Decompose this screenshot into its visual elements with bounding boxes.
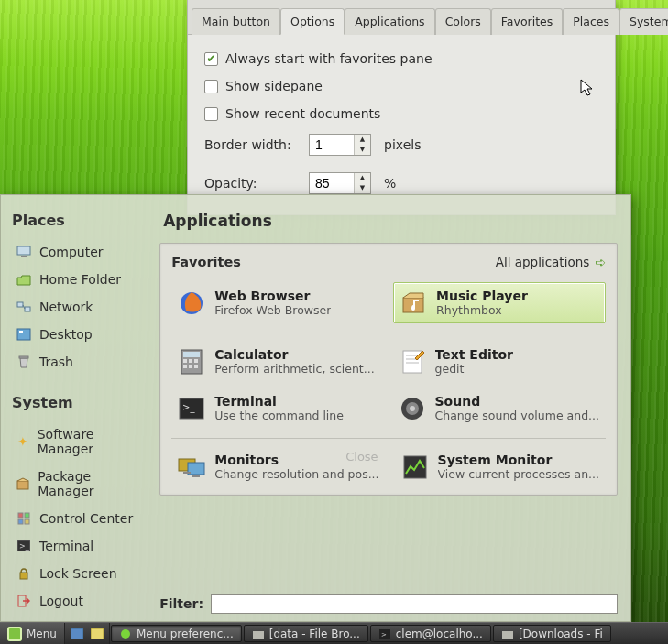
opacity-input[interactable] — [310, 173, 354, 193]
tab-options[interactable]: Options — [280, 8, 345, 35]
taskbar-task-label: clem@localho... — [396, 628, 483, 640]
taskbar-task-prefs[interactable]: Menu preferenc... — [111, 625, 242, 642]
border-width-input[interactable] — [310, 135, 354, 155]
fav-desc: Change sound volume and... — [435, 409, 599, 422]
opacity-spinner[interactable]: ▲▼ — [309, 172, 371, 194]
quicklaunch-show-desktop-icon[interactable] — [69, 627, 85, 641]
taskbar-task-downloads[interactable]: [Downloads - Fi — [493, 625, 611, 642]
all-applications-link[interactable]: All applications ➪ — [496, 255, 606, 269]
places-network[interactable]: Network — [10, 295, 145, 319]
taskbar-task-label: [data - File Bro... — [269, 628, 360, 640]
taskbar-folder-icon — [252, 628, 265, 640]
terminal-app-icon: >_ — [178, 395, 205, 422]
opacity-unit: % — [384, 176, 396, 191]
system-logout[interactable]: Logout — [10, 589, 145, 613]
taskbar-prefs-icon — [119, 628, 132, 640]
filter-input[interactable] — [211, 594, 618, 614]
svg-rect-46 — [253, 631, 264, 639]
applications-heading: Applications — [163, 212, 618, 230]
svg-rect-49 — [502, 631, 513, 639]
taskbar-task-terminal[interactable]: > clem@localho... — [370, 625, 491, 642]
places-trash[interactable]: Trash — [10, 350, 145, 374]
prefs-tabs: Main button Options Applications Colors … — [188, 0, 615, 35]
svg-rect-22 — [183, 352, 200, 357]
checkbox-favorites-label: Always start with favorites pane — [225, 51, 433, 66]
spinner-up-icon[interactable]: ▲ — [355, 173, 370, 183]
fav-title: Music Player — [436, 289, 528, 303]
fav-web-browser[interactable]: Web BrowserFirefox Web Browser — [171, 282, 384, 323]
fav-calculator[interactable]: CalculatorPerform arithmetic, scient... — [171, 341, 382, 382]
spinner-down-icon[interactable]: ▼ — [355, 183, 370, 193]
places-item-label: Desktop — [39, 327, 93, 342]
places-item-label: Computer — [39, 245, 104, 259]
mouse-cursor-icon — [580, 79, 595, 97]
svg-point-45 — [121, 629, 130, 639]
places-item-label: Trash — [39, 355, 73, 369]
fav-music-player[interactable]: Music PlayerRhythmbox — [393, 282, 606, 323]
text-editor-icon — [399, 348, 426, 376]
svg-rect-6 — [19, 331, 23, 333]
system-item-label: Logout — [39, 594, 83, 608]
favorites-heading: Favorites — [171, 255, 241, 269]
system-software-manager[interactable]: ✦ Software Manager — [10, 422, 145, 461]
fav-desc: Firefox Web Browser — [214, 303, 331, 317]
svg-rect-12 — [25, 519, 29, 524]
svg-rect-24 — [189, 359, 192, 363]
tab-places[interactable]: Places — [563, 8, 619, 35]
fav-title: Web Browser — [214, 289, 331, 303]
taskbar-menu-button[interactable]: Menu — [0, 623, 65, 644]
taskbar-terminal-icon: > — [378, 628, 391, 640]
tab-applications[interactable]: Applications — [345, 8, 434, 35]
spinner-up-icon[interactable]: ▲ — [355, 135, 370, 145]
places-item-label: Home Folder — [39, 272, 121, 287]
places-home[interactable]: Home Folder — [10, 267, 145, 291]
package-manager-icon — [16, 477, 30, 490]
tab-system[interactable]: System — [619, 8, 668, 35]
quicklaunch-note-icon[interactable] — [89, 627, 105, 641]
fav-sound[interactable]: SoundChange sound volume and... — [392, 387, 606, 429]
arrow-right-icon: ➪ — [595, 255, 606, 269]
fav-title: Text Editor — [435, 347, 513, 362]
places-computer[interactable]: Computer — [10, 240, 145, 264]
monitors-icon — [178, 453, 205, 481]
opacity-label: Opacity: — [204, 176, 296, 191]
tab-colors[interactable]: Colors — [435, 8, 491, 35]
system-terminal[interactable]: >_ Terminal — [10, 534, 145, 558]
checkbox-sidepane[interactable] — [204, 80, 218, 93]
places-desktop[interactable]: Desktop — [10, 322, 145, 346]
svg-rect-43 — [71, 628, 83, 639]
svg-rect-44 — [91, 628, 104, 639]
places-heading: Places — [12, 212, 145, 229]
network-icon — [16, 300, 32, 313]
system-lock-screen[interactable]: Lock Screen — [10, 562, 145, 585]
taskbar-task-filebrowser[interactable]: [data - File Bro... — [244, 625, 368, 642]
border-width-spinner[interactable]: ▲▼ — [309, 134, 371, 156]
system-item-label: Control Center — [39, 511, 133, 526]
border-width-unit: pixels — [384, 137, 421, 152]
system-heading: System — [12, 394, 145, 411]
svg-rect-41 — [192, 475, 200, 477]
svg-text:>_: >_ — [182, 402, 195, 413]
checkbox-favorites-pane[interactable] — [204, 52, 218, 66]
svg-text:>: > — [381, 631, 387, 639]
tab-main-button[interactable]: Main button — [192, 8, 280, 35]
filter-label: Filter: — [159, 596, 203, 611]
svg-rect-11 — [18, 519, 23, 524]
svg-rect-1 — [21, 256, 27, 257]
checkbox-sidepane-label: Show sidepane — [225, 79, 323, 93]
mint-menu: Places Computer Home Folder Network Desk… — [0, 194, 631, 622]
fav-desc: gedit — [435, 362, 513, 376]
all-applications-label: All applications — [496, 255, 590, 269]
music-player-icon — [400, 289, 427, 317]
svg-rect-15 — [20, 573, 27, 579]
tab-favorites[interactable]: Favorites — [491, 8, 563, 35]
desktop-icon — [16, 328, 32, 341]
checkbox-recent-docs[interactable] — [204, 107, 218, 121]
fav-terminal[interactable]: >_ TerminalUse the command line — [171, 387, 382, 429]
system-control-center[interactable]: Control Center — [10, 507, 145, 530]
fav-system-monitor[interactable]: System MonitorView current processes an.… — [395, 446, 606, 487]
system-package-manager[interactable]: Package Manager — [10, 464, 145, 503]
spinner-down-icon[interactable]: ▼ — [355, 145, 370, 155]
fav-text-editor[interactable]: Text Editorgedit — [392, 341, 606, 382]
svg-rect-7 — [19, 356, 28, 358]
